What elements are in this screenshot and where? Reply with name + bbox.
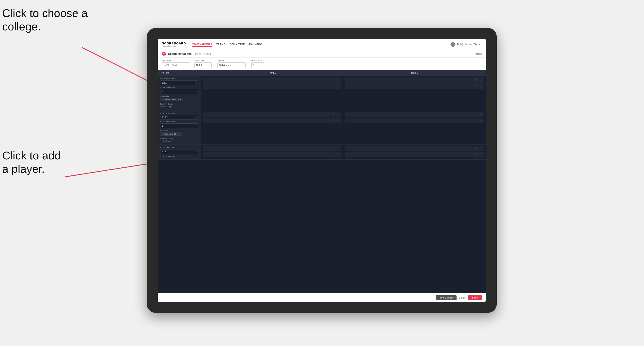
slot-chevron-icon[interactable]: ⌄ — [337, 119, 340, 122]
player-slot[interactable]: × ⌄ — [345, 152, 484, 158]
slot-x-icon[interactable]: × — [476, 85, 479, 88]
player-slot[interactable]: × ⌄ — [345, 83, 484, 89]
slot-chevron-icon[interactable]: ⌄ — [337, 147, 340, 150]
start-time-label: Start Time — [194, 59, 213, 61]
slot-chevron-icon[interactable]: ⌄ — [480, 85, 483, 88]
course-tag-2[interactable]: 🏳 East Lake GC × — [160, 132, 182, 136]
slot-x-icon[interactable]: × — [476, 113, 479, 116]
starting-time-label-2: STARTING TIME: — [160, 112, 198, 114]
starting-time-input-3[interactable]: 10:20 — [160, 149, 198, 154]
hole-chevron-1 — [196, 90, 196, 93]
slot-chevron-icon[interactable]: ⌄ — [337, 85, 340, 88]
gender-label: (Men) — [194, 52, 201, 55]
user-avatar — [450, 42, 455, 47]
group-left-3: STARTING TIME: 10:20 STARTING HOLE: — [158, 145, 201, 160]
back-button[interactable]: ‹ Back — [475, 52, 482, 55]
slot-chevron-icon[interactable]: ⌄ — [480, 113, 483, 116]
player-slot[interactable]: × ⌄ — [345, 118, 484, 123]
starting-hole-input-2[interactable]: 1 — [160, 123, 198, 128]
player-slot[interactable]: × ⌄ — [202, 146, 342, 152]
slot-x-icon[interactable]: × — [333, 153, 336, 156]
intervals-label: Intervals — [218, 59, 247, 61]
starting-time-input-2[interactable]: 10:10 — [160, 115, 198, 120]
add-group-btn-1[interactable]: + Add Group — [160, 106, 198, 108]
group-size-select[interactable]: 3 — [252, 62, 264, 68]
add-group-btn-2[interactable]: + Add Group — [160, 140, 198, 142]
controls-row: Start Type 1st Tee Start Start Time Inte… — [158, 58, 486, 70]
slot-chevron-icon[interactable]: ⌄ — [480, 119, 483, 122]
start-time-group: Start Time — [194, 59, 213, 68]
groups-scroll[interactable]: STARTING TIME: 10:00 STARTING HOLE: 1 CO… — [158, 76, 486, 293]
intervals-info-icon — [246, 63, 247, 67]
bottom-bar: Reset Changes Cancel Save — [158, 293, 486, 302]
slot-x-icon[interactable]: × — [333, 85, 336, 88]
time-info-icon-1 — [196, 82, 196, 84]
slot-x-icon[interactable]: × — [333, 119, 336, 122]
slot-x-icon[interactable]: × — [333, 113, 336, 116]
group-actions-2: Remove Group + Add Group — [160, 137, 198, 142]
col-team2: Team 2 — [344, 70, 486, 76]
nav-items: TOURNAMENTS TEAMS COMMITTEE RANKINGS — [192, 42, 450, 47]
slot-chevron-icon[interactable]: ⌄ — [480, 153, 483, 156]
start-time-input[interactable] — [194, 62, 212, 68]
team2-cell-3: × ⌄ × ⌄ — [344, 145, 486, 160]
team1-cell-3: × ⌄ × ⌄ — [201, 145, 344, 160]
course-remove-icon-2[interactable]: × — [177, 133, 178, 135]
slot-x-icon[interactable]: × — [333, 147, 336, 150]
course-tag-1[interactable]: (A) Peachtree GC × — [160, 98, 182, 101]
slot-x-icon[interactable]: × — [476, 119, 479, 122]
starting-hole-input-1[interactable]: 1 — [160, 89, 198, 94]
group-row: STARTING TIME: 10:20 STARTING HOLE: × ⌄ — [158, 145, 486, 160]
player-slot[interactable]: × ⌄ — [202, 83, 342, 89]
start-type-select[interactable]: 1st Tee Start — [162, 62, 190, 68]
group-left-2: STARTING TIME: 10:10 STARTING HOLE: 1 CO… — [158, 110, 201, 144]
nav-rankings[interactable]: RANKINGS — [249, 42, 262, 47]
slot-chevron-icon[interactable]: ⌄ — [337, 153, 340, 156]
starting-hole-label-1: STARTING HOLE: — [160, 86, 198, 88]
nav-teams[interactable]: TEAMS — [216, 42, 225, 47]
navbar-user: blair@clippd.io Sign out — [450, 42, 482, 47]
group-actions-1: Remove Group + Add Group — [160, 103, 198, 108]
player-slot[interactable]: × ⌄ — [202, 152, 342, 158]
subheader: C Clippd Invitational (Men) Hosting ‹ Ba… — [158, 50, 486, 58]
col-tee-time: Tee Time — [158, 70, 201, 76]
slot-x-icon[interactable]: × — [333, 79, 336, 82]
course-chevron-1 — [180, 98, 181, 101]
remove-group-btn-1[interactable]: Remove Group — [160, 103, 198, 105]
sign-out-link[interactable]: Sign out — [474, 43, 482, 45]
player-slot[interactable]: × ⌄ — [202, 77, 342, 83]
hole-chevron-2 — [196, 125, 196, 127]
slot-x-icon[interactable]: × — [476, 147, 479, 150]
intervals-select[interactable]: 10 Minutes — [218, 62, 246, 68]
team2-cell-1: × ⌄ × ⌄ — [344, 76, 486, 110]
player-slot[interactable]: × ⌄ — [345, 146, 484, 152]
player-slot[interactable]: × ⌄ — [345, 112, 484, 117]
remove-group-btn-2[interactable]: Remove Group — [160, 137, 198, 140]
save-button[interactable]: Save — [468, 295, 482, 300]
slot-x-icon[interactable]: × — [476, 79, 479, 82]
slot-x-icon[interactable]: × — [476, 153, 479, 156]
player-slot[interactable]: × ⌄ — [345, 77, 484, 83]
starting-time-input-1[interactable]: 10:00 — [160, 80, 198, 85]
main-content: Tee Time Team 1 Team 2 STARTING TIME: 10… — [158, 70, 486, 293]
player-slot[interactable]: × ⌄ — [202, 112, 342, 117]
nav-tournaments[interactable]: TOURNAMENTS — [192, 42, 212, 47]
tablet-device: SCOREBOARD Powered by clippd TOURNAMENTS… — [147, 28, 497, 313]
starting-time-label-1: STARTING TIME: — [160, 78, 198, 80]
player-slot[interactable]: × ⌄ — [202, 118, 342, 123]
slot-chevron-icon[interactable]: ⌄ — [337, 113, 340, 116]
starting-time-label-3: STARTING TIME: — [160, 147, 198, 149]
start-time-info-icon — [212, 63, 213, 67]
team2-cell-2: × ⌄ × ⌄ — [344, 110, 486, 144]
cancel-button[interactable]: Cancel — [459, 296, 466, 299]
slot-chevron-icon[interactable]: ⌄ — [480, 147, 483, 150]
intervals-group: Intervals 10 Minutes — [218, 59, 247, 68]
slot-chevron-icon[interactable]: ⌄ — [337, 79, 340, 82]
start-type-label: Start Type — [162, 59, 190, 61]
course-flag-icon: 🏳 — [162, 133, 164, 135]
slot-chevron-icon[interactable]: ⌄ — [480, 79, 483, 82]
clippd-logo: C — [162, 52, 166, 56]
reset-button[interactable]: Reset Changes — [436, 295, 456, 300]
course-remove-icon-1[interactable]: × — [178, 98, 179, 101]
nav-committee[interactable]: COMMITTEE — [230, 42, 245, 47]
